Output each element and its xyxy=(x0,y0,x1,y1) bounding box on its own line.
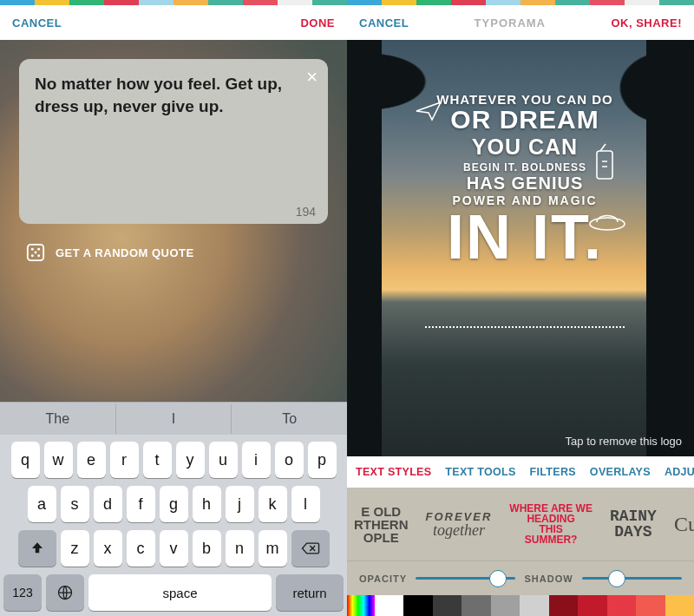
svg-point-2 xyxy=(37,248,40,251)
shadow-label: SHADOW xyxy=(524,573,573,584)
key-h[interactable]: h xyxy=(193,486,221,522)
color-palette xyxy=(347,595,694,616)
svg-point-8 xyxy=(590,218,625,230)
suggestion[interactable]: I xyxy=(116,404,232,434)
image-canvas[interactable]: WHATEVER YOU CAN DO OR DREAM YOU CAN BEG… xyxy=(347,40,694,456)
key-o[interactable]: o xyxy=(275,442,304,478)
key-r[interactable]: r xyxy=(110,442,139,478)
keyboard-suggestions: The I To xyxy=(0,402,347,435)
shift-key[interactable] xyxy=(18,530,56,567)
dice-icon xyxy=(26,243,45,262)
key-m[interactable]: m xyxy=(259,530,287,567)
suggestion[interactable]: To xyxy=(232,404,347,434)
text-line: YOU CAN xyxy=(434,134,616,160)
random-quote-label: GET A RANDOM QUOTE xyxy=(56,246,194,259)
text-line: BEGIN IT. BOLDNESS xyxy=(434,161,616,174)
style-carousel[interactable]: E OLD RTHERN OPLE FOREVER together WHERE… xyxy=(347,488,694,560)
dotted-divider xyxy=(425,326,625,328)
key-l[interactable]: l xyxy=(291,486,320,522)
key-w[interactable]: w xyxy=(44,442,73,478)
key-n[interactable]: n xyxy=(226,530,254,567)
header-bar: CANCEL TYPORAMA OK, SHARE! xyxy=(347,5,694,40)
key-g[interactable]: g xyxy=(160,486,188,522)
text-input-card[interactable]: No matter how you feel. Get up, dress up… xyxy=(19,59,328,224)
key-q[interactable]: q xyxy=(11,442,40,478)
style-preset[interactable]: E OLD RTHERN OPLE xyxy=(354,505,409,544)
key-c[interactable]: c xyxy=(127,530,155,567)
return-key[interactable]: return xyxy=(276,574,344,611)
palm-trunk xyxy=(347,40,382,456)
opacity-label: OPACITY xyxy=(359,573,407,584)
opacity-slider[interactable] xyxy=(416,577,515,580)
key-p[interactable]: p xyxy=(308,442,337,478)
key-d[interactable]: d xyxy=(94,486,122,522)
color-swatch[interactable] xyxy=(636,595,665,616)
globe-key[interactable] xyxy=(46,574,84,611)
header-bar: CANCEL DONE xyxy=(0,5,347,40)
color-picker-button[interactable] xyxy=(347,595,375,616)
random-quote-button[interactable]: GET A RANDOM QUOTE xyxy=(26,243,194,262)
tab-filters[interactable]: FILTERS xyxy=(530,466,576,478)
text-line: OR DREAM xyxy=(434,105,616,134)
editor-screen: CANCEL TYPORAMA OK, SHARE! WHATEVER YOU … xyxy=(347,0,694,616)
color-swatch[interactable] xyxy=(549,595,578,616)
key-j[interactable]: j xyxy=(226,486,254,522)
typography-overlay[interactable]: WHATEVER YOU CAN DO OR DREAM YOU CAN BEG… xyxy=(434,92,616,264)
key-f[interactable]: f xyxy=(127,486,155,522)
done-button[interactable]: DONE xyxy=(300,16,335,29)
numbers-key[interactable]: 123 xyxy=(3,574,42,611)
color-swatch[interactable] xyxy=(491,595,520,616)
tab-text-tools[interactable]: TEXT TOOLS xyxy=(445,466,515,478)
slider-thumb[interactable] xyxy=(489,570,507,587)
cancel-button[interactable]: CANCEL xyxy=(359,16,409,29)
color-swatch[interactable] xyxy=(520,595,548,616)
tab-adjustments[interactable]: ADJUSTMENTS xyxy=(665,466,694,478)
key-u[interactable]: u xyxy=(209,442,238,478)
space-key[interactable]: space xyxy=(88,574,272,611)
svg-rect-7 xyxy=(597,151,612,179)
suggestion[interactable]: The xyxy=(0,404,116,434)
color-swatch[interactable] xyxy=(607,595,636,616)
palm-trunk xyxy=(646,40,694,456)
slider-row: OPACITY SHADOW xyxy=(347,560,694,595)
slider-thumb[interactable] xyxy=(608,570,625,587)
app-title: TYPORAMA xyxy=(475,16,546,29)
backspace-key[interactable] xyxy=(291,530,330,567)
cancel-button[interactable]: CANCEL xyxy=(12,16,62,29)
tab-text-styles[interactable]: TEXT STYLES xyxy=(356,466,431,478)
color-swatch[interactable] xyxy=(403,595,432,616)
key-y[interactable]: y xyxy=(176,442,205,478)
share-button[interactable]: OK, SHARE! xyxy=(611,16,682,29)
color-swatch[interactable] xyxy=(462,595,490,616)
key-e[interactable]: e xyxy=(77,442,106,478)
key-i[interactable]: i xyxy=(242,442,271,478)
key-a[interactable]: a xyxy=(28,486,56,522)
quote-textarea[interactable]: No matter how you feel. Get up, dress up… xyxy=(35,73,312,117)
style-preset[interactable]: Cutes xyxy=(674,514,694,534)
color-swatch[interactable] xyxy=(433,595,462,616)
color-swatch[interactable] xyxy=(665,595,694,616)
drink-icon xyxy=(590,142,621,186)
key-x[interactable]: x xyxy=(94,530,122,567)
paper-plane-icon xyxy=(415,99,446,123)
svg-point-5 xyxy=(37,254,40,257)
remove-logo-hint[interactable]: Tap to remove this logo xyxy=(566,435,682,448)
key-s[interactable]: s xyxy=(61,486,89,522)
style-preset[interactable]: RAINY DAYS xyxy=(610,508,657,540)
color-swatch[interactable] xyxy=(375,595,403,616)
key-z[interactable]: z xyxy=(61,530,89,567)
style-preset[interactable]: FOREVER together xyxy=(426,511,493,538)
hat-icon xyxy=(588,203,626,233)
key-t[interactable]: t xyxy=(143,442,172,478)
tab-overlays[interactable]: OVERLAYS xyxy=(590,466,651,478)
clear-text-button[interactable]: × xyxy=(306,66,318,88)
shadow-slider[interactable] xyxy=(582,577,682,580)
style-preset[interactable]: WHERE ARE WE HEADING THIS SUMMER? xyxy=(509,503,593,545)
color-swatch[interactable] xyxy=(578,595,606,616)
text-input-screen: CANCEL DONE No matter how you feel. Get … xyxy=(0,0,347,616)
text-line: HAS GENIUS xyxy=(434,174,616,193)
key-k[interactable]: k xyxy=(259,486,287,522)
key-v[interactable]: v xyxy=(160,530,188,567)
svg-point-3 xyxy=(35,252,37,254)
key-b[interactable]: b xyxy=(193,530,221,567)
